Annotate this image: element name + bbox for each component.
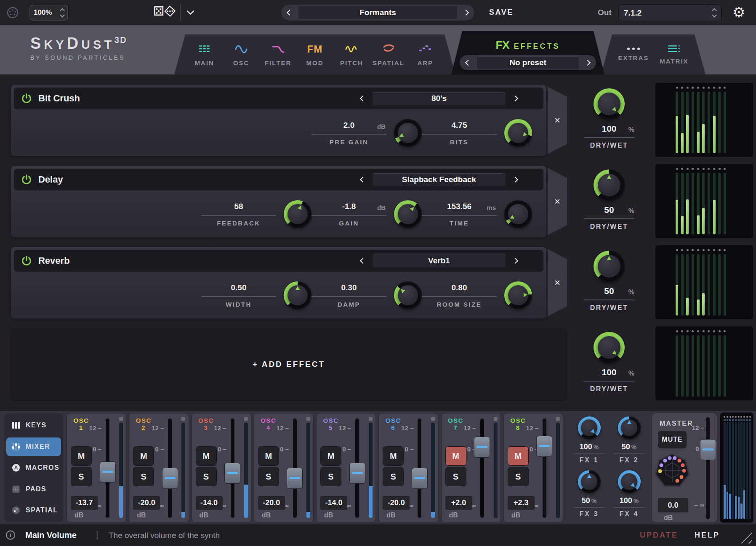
- channel-fader-track[interactable]: [106, 419, 109, 518]
- channel-fader-track[interactable]: [543, 419, 546, 518]
- master-value-box[interactable]: 0.0: [658, 498, 688, 512]
- channel-fader-cap[interactable]: [536, 436, 552, 457]
- master-fader-track[interactable]: [706, 417, 710, 519]
- tab-fx-effects[interactable]: FXEFFECTS No preset: [451, 31, 604, 74]
- channel-fader-cap[interactable]: [349, 463, 365, 484]
- param-value[interactable]: 0.50: [231, 283, 247, 292]
- tab-main[interactable]: MAIN: [187, 43, 222, 66]
- tab-arp[interactable]: ARP: [408, 43, 443, 66]
- effect-preset-next[interactable]: [513, 257, 517, 265]
- sidebar-item-keys[interactable]: KEYS: [6, 416, 61, 435]
- spatial-radar[interactable]: [655, 453, 690, 488]
- tab-pitch[interactable]: PITCH: [334, 43, 369, 66]
- channel-value-box[interactable]: +2.0: [445, 496, 472, 510]
- param-value[interactable]: 2.0: [343, 121, 354, 130]
- param-knob[interactable]: [504, 200, 532, 228]
- param-knob[interactable]: [504, 119, 532, 147]
- effect-preset-name[interactable]: 80's: [373, 92, 506, 105]
- channel-fader-cap[interactable]: [287, 468, 303, 489]
- param-knob[interactable]: [394, 119, 422, 147]
- channel-fader-cap[interactable]: [224, 463, 240, 484]
- help-button[interactable]: HELP: [695, 531, 720, 540]
- master-mute-button[interactable]: MUTE: [658, 431, 687, 448]
- channel-fader-track[interactable]: [168, 419, 172, 518]
- tab-mod[interactable]: FMMOD: [297, 43, 332, 66]
- effect-preset-next[interactable]: [513, 95, 517, 102]
- param-value[interactable]: 153.56: [447, 202, 471, 211]
- preset-name-box[interactable]: Formants: [298, 6, 458, 19]
- resize-grip[interactable]: [741, 533, 752, 543]
- fx-send-value[interactable]: 50: [582, 496, 590, 505]
- mute-button[interactable]: M: [320, 446, 341, 466]
- solo-button[interactable]: S: [133, 467, 154, 486]
- dry-wet-knob[interactable]: [594, 332, 625, 363]
- channel-fader-cap[interactable]: [412, 468, 428, 489]
- dry-wet-knob[interactable]: [594, 88, 625, 119]
- sidebar-item-macros[interactable]: AMACROS: [6, 459, 61, 477]
- update-button[interactable]: UPDATE: [640, 531, 678, 540]
- tab-spatial[interactable]: SPATIAL: [371, 43, 406, 66]
- dry-wet-knob[interactable]: [594, 251, 625, 282]
- param-knob[interactable]: [394, 281, 422, 309]
- output-config-select[interactable]: 7.1.2: [618, 4, 722, 21]
- channel-value-box[interactable]: -20.0: [383, 496, 410, 510]
- settings-gear-icon[interactable]: ⚙: [732, 4, 745, 21]
- effect-preset-name[interactable]: Verb1: [373, 254, 506, 268]
- fx-send-knob[interactable]: [578, 416, 601, 439]
- effect-preset-next[interactable]: [513, 176, 517, 183]
- sidebar-item-mixer[interactable]: MIXER: [6, 437, 61, 456]
- sidebar-item-pads[interactable]: PADS: [6, 480, 61, 498]
- solo-button[interactable]: S: [508, 467, 529, 486]
- tab-osc[interactable]: OSC: [224, 43, 258, 66]
- fx-send-knob[interactable]: [618, 470, 641, 493]
- channel-fader-track[interactable]: [231, 419, 234, 518]
- preset-next-button[interactable]: [458, 11, 474, 15]
- fx-send-value[interactable]: 50: [622, 443, 630, 451]
- sidebar-item-spatial[interactable]: SPATIAL: [6, 501, 61, 519]
- param-value[interactable]: 0.80: [452, 283, 467, 292]
- tab-extras[interactable]: EXTRAS: [618, 48, 649, 61]
- mute-button[interactable]: M: [71, 446, 92, 466]
- channel-value-box[interactable]: +2.3: [508, 496, 535, 510]
- channel-fader-track[interactable]: [293, 419, 297, 518]
- solo-button[interactable]: S: [71, 467, 92, 486]
- dry-wet-value[interactable]: 100: [602, 124, 616, 133]
- save-button[interactable]: SAVE: [489, 8, 514, 17]
- effect-close-button[interactable]: ×: [548, 249, 567, 316]
- randomize-options-chevron[interactable]: [188, 8, 193, 17]
- effect-close-button[interactable]: ×: [548, 87, 567, 154]
- preset-prev-button[interactable]: [281, 11, 298, 15]
- power-icon[interactable]: [21, 93, 32, 104]
- channel-value-box[interactable]: -20.0: [133, 496, 160, 510]
- param-value[interactable]: 58: [234, 202, 243, 211]
- master-fader-cap[interactable]: [700, 439, 716, 460]
- solo-button[interactable]: S: [196, 467, 217, 486]
- param-value[interactable]: 0.30: [341, 283, 357, 292]
- solo-button[interactable]: S: [258, 467, 279, 486]
- fx-send-knob[interactable]: [578, 470, 601, 493]
- channel-value-box[interactable]: -13.7: [71, 496, 98, 510]
- param-knob[interactable]: [284, 281, 311, 309]
- channel-value-box[interactable]: -14.0: [196, 496, 223, 510]
- channel-value-box[interactable]: -20.0: [258, 496, 285, 510]
- randomize-dice-button[interactable]: ⚄ ⚂: [153, 5, 175, 18]
- mute-button[interactable]: M: [508, 446, 529, 466]
- channel-fader-track[interactable]: [418, 419, 421, 518]
- mute-button[interactable]: M: [383, 446, 404, 466]
- fx-preset-next-button[interactable]: [579, 61, 596, 65]
- channel-fader-cap[interactable]: [162, 468, 178, 489]
- param-knob[interactable]: [504, 281, 532, 309]
- channel-fader-track[interactable]: [480, 419, 484, 518]
- fx-send-value[interactable]: 100: [620, 496, 632, 505]
- midi-icon[interactable]: [6, 6, 19, 19]
- effect-preset-prev[interactable]: [361, 257, 365, 265]
- dry-wet-value[interactable]: 50: [604, 205, 614, 215]
- param-value[interactable]: 4.75: [452, 121, 467, 130]
- tab-matrix[interactable]: MATRIX: [660, 44, 688, 65]
- solo-button[interactable]: S: [445, 467, 466, 486]
- param-knob[interactable]: [394, 200, 422, 228]
- power-icon[interactable]: [21, 255, 32, 267]
- effect-preset-prev[interactable]: [361, 95, 365, 102]
- solo-button[interactable]: S: [383, 467, 404, 486]
- mute-button[interactable]: M: [133, 446, 154, 466]
